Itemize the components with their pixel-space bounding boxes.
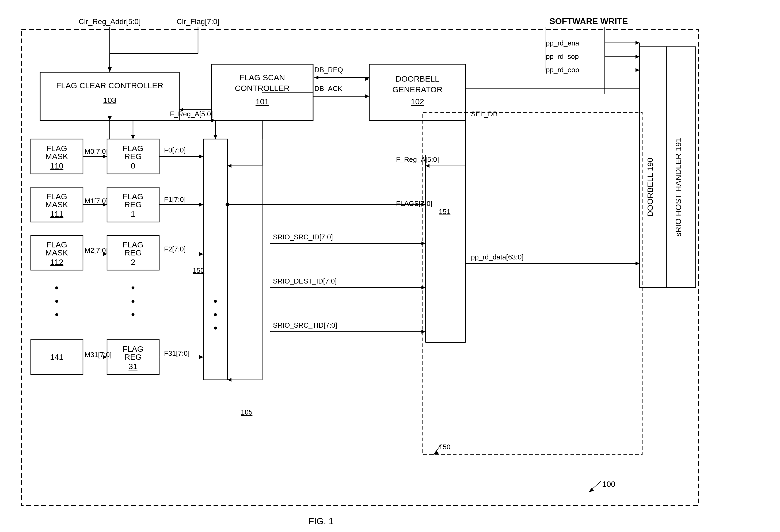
dots-mask-col: • [55, 282, 59, 294]
srio-dest-id-label: SRIO_DEST_ID[7:0] [273, 277, 337, 285]
f31-label: F31[7:0] [164, 349, 189, 357]
clr-flag-label: Clr_Flag[7:0] [177, 17, 220, 26]
flag-reg-1-label: FLAG [123, 192, 143, 201]
svg-text:•: • [55, 309, 59, 320]
ref-150-arrow-label: 150 [439, 443, 450, 451]
svg-text:102: 102 [411, 97, 424, 106]
m31-label: M31[7:0] [85, 351, 111, 359]
clr-reg-addr-label: Clr_Reg_Addr[5:0] [79, 17, 141, 26]
svg-marker-111 [589, 488, 594, 492]
svg-text:110: 110 [50, 161, 63, 170]
dots-reg-col: • [131, 282, 135, 294]
dots-bus-col: • [213, 295, 217, 307]
svg-marker-99 [422, 330, 426, 333]
db-req-label: DB_REQ [314, 66, 343, 74]
svg-text:•: • [131, 309, 135, 320]
svg-text:GENERATOR: GENERATOR [392, 85, 442, 94]
pp-rd-eop-label: pp_rd_eop [546, 66, 579, 74]
svg-marker-97 [422, 286, 426, 289]
flags-label: FLAGS[7:0] [396, 200, 432, 208]
flag-mask-112-label: FLAG [46, 240, 67, 249]
svg-marker-89 [426, 164, 430, 168]
svg-text:111: 111 [50, 209, 63, 218]
flag-scan-controller-label: FLAG SCAN [240, 73, 285, 82]
svg-text:2: 2 [131, 258, 135, 266]
svg-marker-63 [108, 116, 111, 120]
svg-text:MASK: MASK [45, 152, 68, 161]
svg-text:REG: REG [124, 200, 142, 209]
ref-151-label: 151 [439, 208, 450, 216]
svg-text:•: • [213, 309, 217, 320]
flag-mask-141-label: 141 [50, 353, 63, 361]
svg-text:•: • [131, 295, 135, 307]
sel-db-label: SEL_DB [471, 110, 498, 118]
pp-rd-ena-label: pp_rd_ena [546, 39, 579, 47]
svg-text:CONTROLLER: CONTROLLER [235, 84, 290, 93]
svg-marker-104 [635, 262, 639, 265]
srio-src-id-label: SRIO_SRC_ID[7:0] [273, 233, 333, 241]
svg-marker-86 [228, 164, 232, 168]
srio-host-handler-label: sRIO HOST HANDLER 191 [674, 138, 683, 237]
m0-label: M0[7:0] [85, 147, 108, 155]
svg-text:1: 1 [131, 209, 135, 218]
svg-marker-50 [635, 68, 639, 72]
diagram: FLAG CLEAR CONTROLLER 103 FLAG SCAN CONT… [0, 0, 780, 532]
software-write-label: SOFTWARE WRITE [549, 16, 628, 26]
flag-clear-controller-ref: 103 [103, 96, 116, 105]
svg-text:0: 0 [131, 161, 135, 170]
svg-text:REG: REG [124, 152, 142, 161]
svg-marker-109 [434, 451, 439, 455]
ref-100-label: 100 [602, 480, 616, 488]
svg-rect-0 [21, 30, 698, 506]
svg-text:112: 112 [50, 258, 63, 266]
f-reg-a-bottom-label: F_Reg_A[5:0] [396, 155, 439, 163]
pp-rd-data-label: pp_rd_data[63:0] [471, 253, 524, 261]
ref-150-bus-label: 150 [193, 266, 204, 274]
f1-label: F1[7:0] [164, 196, 186, 204]
f2-label: F2[7:0] [164, 245, 186, 253]
flag-reg-2-label: FLAG [123, 240, 143, 249]
svg-text:•: • [55, 295, 59, 307]
svg-marker-77 [199, 203, 203, 207]
ref-105-label: 105 [241, 408, 252, 416]
svg-text:31: 31 [129, 362, 137, 371]
svg-marker-79 [199, 252, 203, 256]
svg-text:MASK: MASK [45, 200, 68, 209]
doorbell-generator-label: DOORBELL [395, 74, 439, 83]
svg-text:REG: REG [124, 248, 142, 257]
svg-text:101: 101 [255, 97, 269, 106]
flag-mask-111-label: FLAG [46, 192, 67, 201]
figure-label: FIG. 1 [308, 516, 334, 526]
flag-reg-0-label: FLAG [123, 144, 143, 153]
svg-marker-46 [635, 41, 639, 45]
flag-clear-controller-label: FLAG CLEAR CONTROLLER [56, 81, 163, 90]
svg-marker-115 [228, 378, 232, 382]
svg-marker-48 [635, 55, 639, 59]
svg-text:•: • [213, 322, 217, 334]
svg-marker-81 [199, 355, 203, 359]
f0-label: F0[7:0] [164, 146, 186, 154]
svg-marker-56 [365, 94, 369, 98]
db-ack-label: DB_ACK [314, 85, 342, 93]
svg-rect-1 [423, 112, 642, 455]
pp-rd-sop-label: pp_rd_sop [546, 52, 579, 60]
svg-text:REG: REG [124, 353, 142, 361]
svg-point-92 [226, 203, 229, 207]
svg-marker-75 [199, 155, 203, 158]
svg-rect-37 [203, 139, 228, 380]
svg-marker-95 [422, 242, 426, 245]
srio-src-tid-label: SRIO_SRC_TID[7:0] [273, 321, 337, 329]
flag-mask-110-label: FLAG [46, 144, 67, 153]
svg-marker-58 [211, 118, 215, 122]
svg-marker-83 [213, 135, 217, 139]
f-reg-a-top-label: F_Reg_A[5:0] [170, 110, 213, 118]
doorbell-label: DOORBELL 190 [646, 158, 654, 217]
svg-text:MASK: MASK [45, 248, 68, 257]
flag-reg-31-label: FLAG [123, 344, 143, 353]
